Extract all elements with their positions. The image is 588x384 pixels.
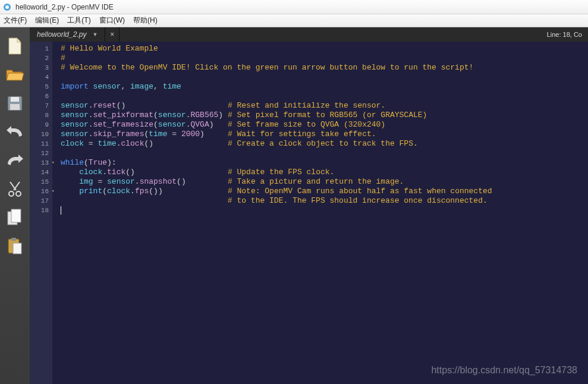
line-number: 6 — [30, 92, 49, 101]
code-line[interactable] — [61, 149, 588, 158]
line-number: 16▾ — [30, 187, 49, 196]
undo-button[interactable] — [4, 121, 26, 143]
copy-button[interactable] — [4, 207, 26, 228]
svg-rect-3 — [11, 97, 19, 102]
code-line[interactable]: print(clock.fps()) # Note: OpenMV Cam ru… — [61, 187, 588, 196]
code-editor[interactable]: 12345678910111213▾141516▾1718 # Hello Wo… — [30, 42, 588, 384]
menu-window[interactable]: 窗口(W) — [99, 15, 125, 26]
code-line[interactable]: clock.tick() # Update the FPS clock. — [61, 168, 588, 177]
menu-bar: 文件(F) 编辑(E) 工具(T) 窗口(W) 帮助(H) — [0, 14, 588, 27]
app-icon — [2, 2, 12, 12]
title-bar: helloworld_2.py - OpenMV IDE — [0, 0, 588, 14]
code-line[interactable]: # — [61, 53, 588, 63]
code-line[interactable]: # Welcome to the OpenMV IDE! Click on th… — [61, 63, 588, 73]
left-toolbar — [0, 27, 30, 384]
editor-area: helloworld_2.py ▼ × Line: 18, Co 1234567… — [30, 27, 588, 384]
menu-edit[interactable]: 编辑(E) — [35, 15, 59, 26]
window-title: helloworld_2.py - OpenMV IDE — [15, 3, 114, 11]
code-line[interactable]: while(True): — [61, 158, 588, 168]
status-line-col: Line: 18, Co — [541, 27, 588, 42]
line-number: 8 — [30, 111, 49, 120]
code-line[interactable] — [61, 73, 588, 82]
close-icon: × — [110, 30, 114, 39]
undo-icon — [7, 126, 23, 138]
menu-tools[interactable]: 工具(T) — [67, 15, 90, 26]
menu-file[interactable]: 文件(F) — [4, 15, 27, 26]
copy-icon — [7, 209, 23, 226]
new-file-button[interactable] — [4, 36, 26, 57]
line-number: 18 — [30, 206, 49, 215]
line-number-gutter: 12345678910111213▾141516▾1718 — [30, 42, 52, 384]
text-cursor — [61, 206, 61, 215]
line-number: 15 — [30, 177, 49, 187]
line-number: 1 — [30, 44, 49, 53]
new-file-icon — [7, 37, 23, 55]
code-line[interactable]: # to the IDE. The FPS should increase on… — [61, 196, 588, 206]
cut-button[interactable] — [4, 178, 26, 200]
code-line[interactable] — [61, 92, 588, 101]
line-number: 12 — [30, 149, 49, 158]
svg-point-1 — [5, 5, 9, 9]
code-line[interactable]: sensor.reset() # Reset and initialize th… — [61, 101, 588, 111]
code-line[interactable] — [61, 206, 588, 215]
scissors-icon — [8, 181, 22, 197]
line-number: 4 — [30, 73, 49, 82]
line-number: 14 — [30, 168, 49, 177]
code-line[interactable]: sensor.skip_frames(time = 2000) # Wait f… — [61, 130, 588, 139]
tab-bar: helloworld_2.py ▼ × Line: 18, Co — [30, 27, 588, 42]
redo-icon — [7, 155, 23, 166]
line-number: 11 — [30, 139, 49, 149]
svg-point-6 — [16, 191, 21, 196]
code-content[interactable]: # Hello World Example## Welcome to the O… — [52, 42, 588, 384]
svg-rect-10 — [11, 238, 16, 241]
code-line[interactable]: import sensor, image, time — [61, 82, 588, 92]
tab-close-button[interactable]: × — [105, 27, 120, 42]
open-file-button[interactable] — [4, 64, 26, 86]
line-number: 9 — [30, 120, 49, 130]
line-number: 10 — [30, 130, 49, 139]
code-line[interactable]: clock = time.clock() # Create a clock ob… — [61, 139, 588, 149]
code-line[interactable]: img = sensor.snapshot() # Take a picture… — [61, 177, 588, 187]
code-line[interactable]: sensor.set_framesize(sensor.QVGA) # Set … — [61, 120, 588, 130]
line-number: 13▾ — [30, 158, 49, 168]
line-number: 2 — [30, 53, 49, 63]
tab-dropdown-icon[interactable]: ▼ — [92, 32, 98, 37]
line-number: 17 — [30, 196, 49, 206]
svg-rect-8 — [11, 209, 21, 222]
paste-icon — [7, 237, 23, 255]
code-line[interactable]: # Hello World Example — [61, 44, 588, 53]
svg-rect-4 — [10, 104, 20, 110]
tab-filename: helloworld_2.py — [37, 30, 86, 39]
save-icon — [7, 96, 23, 111]
paste-button[interactable] — [4, 235, 26, 257]
line-number: 3 — [30, 63, 49, 73]
save-button[interactable] — [4, 93, 26, 114]
svg-rect-11 — [13, 243, 21, 254]
svg-point-5 — [9, 191, 14, 196]
workspace: helloworld_2.py ▼ × Line: 18, Co 1234567… — [0, 27, 588, 384]
tab-active[interactable]: helloworld_2.py ▼ — [30, 27, 105, 42]
redo-button[interactable] — [4, 150, 26, 171]
code-line[interactable]: sensor.set_pixformat(sensor.RGB565) # Se… — [61, 111, 588, 120]
line-number: 5 — [30, 82, 49, 92]
menu-help[interactable]: 帮助(H) — [133, 15, 158, 26]
line-number: 7 — [30, 101, 49, 111]
open-folder-icon — [6, 68, 24, 82]
